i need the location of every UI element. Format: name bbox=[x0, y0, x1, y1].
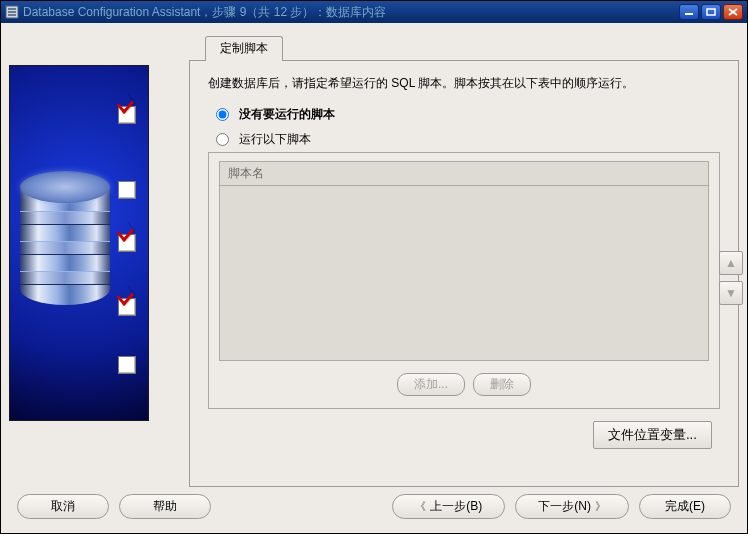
step-checkbox-1 bbox=[118, 106, 136, 124]
finish-button[interactable]: 完成(E) bbox=[639, 494, 731, 519]
delete-script-button[interactable]: 删除 bbox=[473, 373, 531, 396]
svg-rect-1 bbox=[8, 8, 16, 10]
instruction-text: 创建数据库后，请指定希望运行的 SQL 脚本。脚本按其在以下表中的顺序运行。 bbox=[208, 75, 720, 92]
chevron-right-icon: 》 bbox=[595, 499, 606, 514]
database-cylinder-icon bbox=[20, 171, 110, 321]
window-title: Database Configuration Assistant，步骤 9（共 … bbox=[23, 4, 679, 21]
chevron-left-icon: 《 bbox=[415, 499, 426, 514]
minimize-button[interactable] bbox=[679, 4, 699, 20]
step-checkbox-3 bbox=[118, 234, 136, 252]
file-location-vars-button[interactable]: 文件位置变量... bbox=[593, 421, 712, 449]
step-checkbox-4 bbox=[118, 298, 136, 316]
step-checkbox-2 bbox=[118, 181, 136, 199]
radio-run-scripts[interactable] bbox=[216, 133, 229, 146]
radio-run-scripts-label[interactable]: 运行以下脚本 bbox=[239, 131, 311, 148]
svg-rect-5 bbox=[707, 9, 715, 15]
next-button-label: 下一步(N) bbox=[538, 498, 591, 515]
back-button-label: 上一步(B) bbox=[430, 498, 482, 515]
wizard-footer: 取消 帮助 《 上一步(B) 下一步(N) 》 完成(E) bbox=[1, 487, 747, 533]
scripts-table[interactable]: 脚本名 bbox=[219, 161, 709, 361]
arrow-down-icon: ▼ bbox=[725, 286, 737, 300]
step-checkbox-5 bbox=[118, 356, 136, 374]
maximize-button[interactable] bbox=[701, 4, 721, 20]
move-down-button[interactable]: ▼ bbox=[719, 281, 743, 305]
cancel-button[interactable]: 取消 bbox=[17, 494, 109, 519]
help-button[interactable]: 帮助 bbox=[119, 494, 211, 519]
radio-no-scripts-label[interactable]: 没有要运行的脚本 bbox=[239, 106, 335, 123]
radio-no-scripts[interactable] bbox=[216, 108, 229, 121]
app-icon bbox=[5, 5, 19, 19]
wizard-steps-panel bbox=[9, 65, 149, 421]
next-button[interactable]: 下一步(N) 》 bbox=[515, 494, 629, 519]
add-script-button[interactable]: 添加... bbox=[397, 373, 465, 396]
titlebar: Database Configuration Assistant，步骤 9（共 … bbox=[1, 1, 747, 23]
close-button[interactable] bbox=[723, 4, 743, 20]
scripts-table-header: 脚本名 bbox=[220, 162, 708, 186]
arrow-up-icon: ▲ bbox=[725, 256, 737, 270]
tab-page: 创建数据库后，请指定希望运行的 SQL 脚本。脚本按其在以下表中的顺序运行。 没… bbox=[189, 60, 739, 487]
finish-button-label: 完成(E) bbox=[665, 498, 705, 515]
move-up-button[interactable]: ▲ bbox=[719, 251, 743, 275]
svg-rect-3 bbox=[8, 14, 16, 16]
scripts-group: 脚本名 ▲ ▼ 添加... 删除 bbox=[208, 152, 720, 409]
tab-custom-scripts[interactable]: 定制脚本 bbox=[205, 36, 283, 61]
svg-rect-2 bbox=[8, 11, 16, 13]
back-button[interactable]: 《 上一步(B) bbox=[392, 494, 505, 519]
